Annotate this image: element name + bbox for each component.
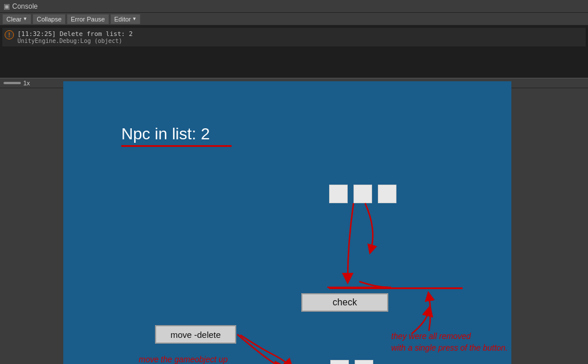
log-entry[interactable]: ! [11:32:25] Delete from list: 2 UnityEn… <box>2 28 586 46</box>
small-box-bottom-1 <box>330 360 349 364</box>
clear-button[interactable]: Clear ▼ <box>2 14 31 24</box>
log-text: [11:32:25] Delete from list: 2 UnityEngi… <box>17 30 133 44</box>
log-timestamp: [11:32:25] <box>17 30 56 38</box>
collapse-button[interactable]: Collapse <box>33 14 66 24</box>
npc-text: Npc in list: 2 <box>121 125 210 143</box>
count-badge: 1x <box>23 80 30 87</box>
toolbar: Clear ▼ Collapse Error Pause Editor ▼ <box>0 13 588 26</box>
game-view: Npc in list: 2 check move -delete the <box>63 81 511 364</box>
console-icon: ▣ <box>3 2 10 10</box>
curve-arrow-3 <box>417 290 452 337</box>
boxes-group-bottom <box>330 360 373 364</box>
editor-dropdown-arrow: ▼ <box>132 16 136 21</box>
log-message: Delete from list: 2 <box>60 30 133 38</box>
editor-button[interactable]: Editor ▼ <box>110 14 141 24</box>
check-button[interactable]: check <box>301 293 388 312</box>
small-box-bottom-2 <box>355 360 373 364</box>
npc-underline <box>121 145 232 147</box>
error-pause-button[interactable]: Error Pause <box>67 14 109 24</box>
annotation-move: move the gameobject up and delete it fro… <box>139 354 229 364</box>
red-line-top-boxes <box>329 287 463 289</box>
log-area: ! [11:32:25] Delete from list: 2 UnityEn… <box>0 26 588 78</box>
console-title: Console <box>12 2 38 10</box>
console-header: ▣ Console <box>0 0 588 13</box>
warning-icon: ! <box>5 30 14 39</box>
curve-arrow-1 <box>319 194 412 264</box>
clear-dropdown-arrow: ▼ <box>23 16 27 21</box>
scroll-indicator <box>3 82 21 84</box>
log-detail: UnityEngine.Debug:Log (object) <box>17 38 122 44</box>
